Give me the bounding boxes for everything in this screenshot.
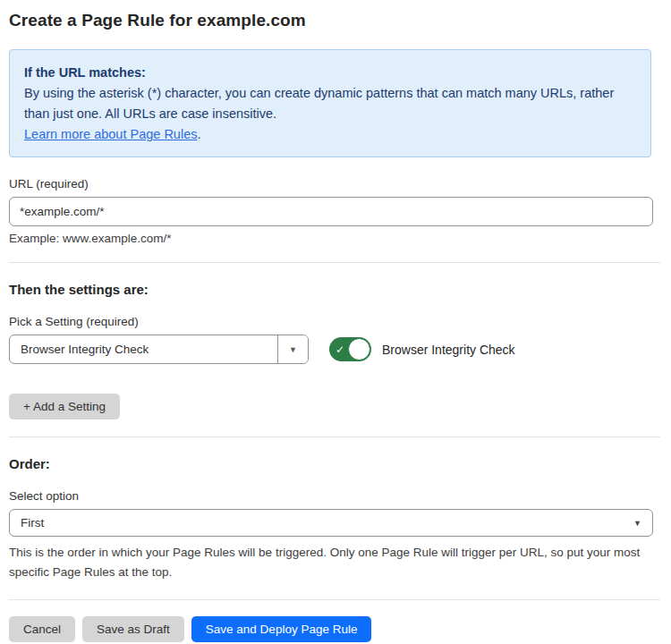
setting-picker-value: Browser Integrity Check bbox=[10, 343, 277, 356]
check-icon: ✓ bbox=[336, 343, 344, 356]
dropdown-caret-button[interactable]: ▼ bbox=[277, 335, 308, 363]
form-actions: Cancel Save as Draft Save and Deploy Pag… bbox=[9, 616, 651, 642]
order-select[interactable]: First ▼ bbox=[9, 509, 653, 537]
chevron-down-icon: ▼ bbox=[633, 519, 641, 528]
pick-setting-label: Pick a Setting (required) bbox=[9, 315, 651, 328]
page-title: Create a Page Rule for example.com bbox=[9, 11, 651, 30]
toggle-knob bbox=[348, 338, 370, 360]
setting-row: Browser Integrity Check ▼ ✓ Browser Inte… bbox=[9, 335, 651, 364]
info-box-body: By using the asterisk (*) character, you… bbox=[24, 83, 636, 124]
learn-more-link[interactable]: Learn more about Page Rules bbox=[24, 127, 197, 141]
save-as-draft-button[interactable]: Save as Draft bbox=[82, 616, 184, 642]
save-and-deploy-button[interactable]: Save and Deploy Page Rule bbox=[191, 616, 372, 642]
info-box-heading: If the URL matches: bbox=[24, 63, 636, 83]
cancel-button[interactable]: Cancel bbox=[9, 616, 75, 642]
url-field-group: URL (required) Example: www.example.com/… bbox=[9, 177, 651, 245]
select-option-label: Select option bbox=[9, 489, 651, 503]
order-select-value: First bbox=[21, 516, 44, 530]
browser-integrity-toggle[interactable]: ✓ bbox=[329, 337, 371, 361]
divider bbox=[9, 262, 660, 263]
url-match-info-box: If the URL matches: By using the asteris… bbox=[9, 49, 651, 157]
order-helper-text: This is the order in which your Page Rul… bbox=[9, 543, 660, 582]
create-page-rule-form: Create a Page Rule for example.com If th… bbox=[0, 0, 662, 642]
url-input[interactable] bbox=[9, 197, 653, 226]
chevron-down-icon: ▼ bbox=[289, 345, 297, 354]
toggle-label: Browser Integrity Check bbox=[382, 343, 515, 357]
divider bbox=[9, 436, 660, 437]
settings-section-heading: Then the settings are: bbox=[9, 282, 651, 297]
order-section-heading: Order: bbox=[9, 456, 651, 471]
link-suffix: . bbox=[197, 127, 200, 141]
divider bbox=[9, 599, 660, 600]
add-setting-button[interactable]: + Add a Setting bbox=[9, 394, 120, 419]
setting-picker-dropdown[interactable]: Browser Integrity Check ▼ bbox=[9, 335, 309, 364]
url-field-label: URL (required) bbox=[9, 177, 651, 191]
url-helper-text: Example: www.example.com/* bbox=[9, 232, 651, 245]
info-box-link-line: Learn more about Page Rules. bbox=[24, 124, 636, 145]
